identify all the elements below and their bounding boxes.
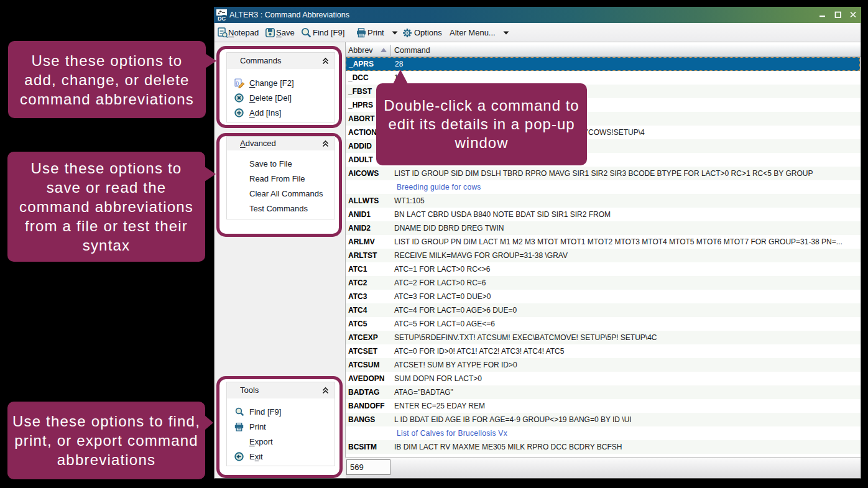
- svg-text:{): {): [236, 80, 239, 86]
- svg-text:DC: DC: [218, 16, 226, 21]
